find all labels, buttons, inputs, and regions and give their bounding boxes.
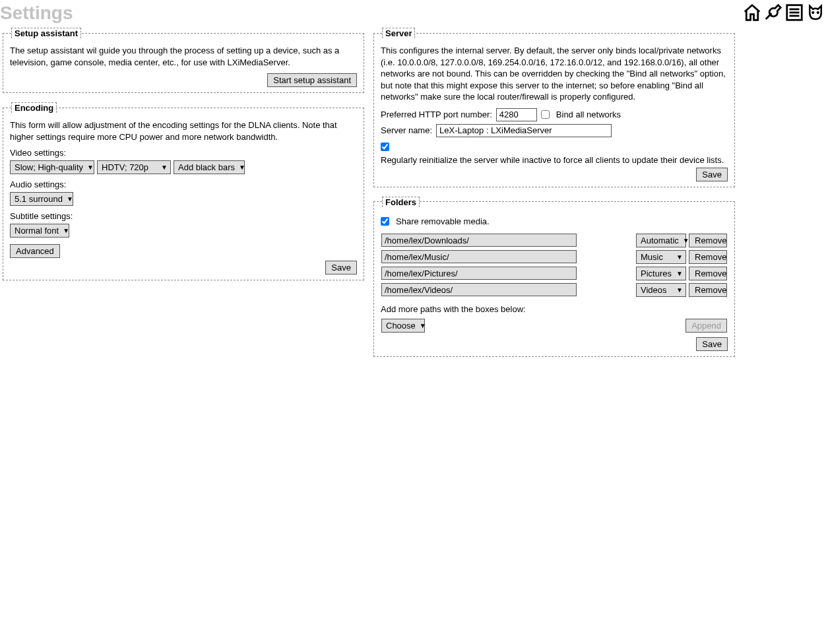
remove-folder-button[interactable]: Remove: [689, 283, 727, 297]
folder-type-value: Videos: [641, 285, 667, 295]
folder-path-input[interactable]: [381, 283, 577, 296]
video-aspect-value: Add black bars: [178, 162, 235, 172]
video-resolution-value: HDTV; 720p: [102, 162, 148, 172]
folders-save-button[interactable]: Save: [696, 337, 728, 351]
folder-row: Music▼Remove: [381, 249, 728, 265]
server-panel: Server This configures the internal serv…: [373, 28, 735, 187]
folder-path-input[interactable]: [381, 234, 577, 247]
chevron-down-icon: ▼: [676, 270, 683, 277]
chevron-down-icon: ▼: [161, 164, 168, 171]
chevron-down-icon: ▼: [239, 164, 245, 171]
video-resolution-select[interactable]: HDTV; 720p ▼: [97, 160, 171, 174]
bind-all-checkbox[interactable]: [541, 110, 550, 119]
remove-folder-button[interactable]: Remove: [689, 250, 727, 264]
audio-settings-label: Audio settings:: [10, 179, 357, 189]
chevron-down-icon: ▼: [420, 322, 426, 329]
choose-folder-select[interactable]: Choose ▼: [381, 319, 425, 333]
setup-legend: Setup assistant: [11, 28, 81, 38]
folder-type-value: Pictures: [641, 269, 672, 278]
share-removable-checkbox[interactable]: [381, 217, 389, 226]
log-icon[interactable]: [784, 3, 804, 24]
video-settings-label: Video settings:: [10, 148, 357, 158]
add-more-label: Add more paths with the boxes below:: [381, 304, 728, 314]
bind-all-label: Bind all networks: [556, 110, 621, 119]
chevron-down-icon: ▼: [63, 227, 69, 234]
folder-type-select[interactable]: Automatic▼: [636, 234, 686, 247]
chevron-down-icon: ▼: [676, 286, 683, 294]
reinit-label: Regularly reinitialize the server while …: [381, 155, 724, 165]
choose-label: Choose: [386, 321, 416, 331]
subtitle-settings-label: Subtitle settings:: [10, 211, 357, 221]
folder-row: Videos▼Remove: [381, 282, 728, 298]
folder-type-select[interactable]: Pictures▼: [636, 267, 686, 280]
subtitle-value: Normal font: [15, 226, 59, 236]
append-button[interactable]: Append: [685, 319, 727, 333]
server-description: This configures the internal server. By …: [381, 45, 728, 103]
folder-type-value: Automatic: [641, 236, 679, 245]
server-name-label: Server name:: [381, 125, 432, 135]
reinit-checkbox[interactable]: [381, 143, 389, 151]
cat-icon[interactable]: [806, 3, 825, 24]
server-name-input[interactable]: [436, 124, 612, 137]
advanced-button[interactable]: Advanced: [10, 244, 60, 258]
encoding-legend: Encoding: [11, 102, 57, 113]
chevron-down-icon: ▼: [87, 164, 94, 171]
video-quality-select[interactable]: Slow; High-quality ▼: [10, 160, 94, 174]
home-icon[interactable]: [742, 3, 762, 24]
video-quality-value: Slow; High-quality: [15, 162, 83, 172]
encoding-save-button[interactable]: Save: [325, 261, 357, 274]
folder-path-input[interactable]: [381, 267, 577, 280]
folders-legend: Folders: [382, 197, 420, 207]
folder-type-select[interactable]: Music▼: [636, 250, 686, 264]
audio-select[interactable]: 5.1 surround ▼: [10, 192, 73, 206]
folder-row: Automatic▼Remove: [381, 233, 728, 248]
server-save-button[interactable]: Save: [696, 168, 728, 181]
server-legend: Server: [382, 28, 415, 38]
folder-type-value: Music: [641, 252, 663, 262]
wrench-icon[interactable]: [763, 3, 783, 24]
chevron-down-icon: ▼: [676, 253, 683, 261]
setup-panel: Setup assistant The setup assistant wil …: [3, 28, 364, 93]
start-setup-button[interactable]: Start setup assistant: [267, 73, 357, 87]
folder-type-select[interactable]: Videos▼: [636, 283, 686, 297]
port-label: Preferred HTTP port number:: [381, 110, 492, 119]
subtitle-select[interactable]: Normal font ▼: [10, 224, 69, 238]
encoding-description: This form will allow adjustment of the e…: [10, 119, 357, 143]
page-title: Settings: [0, 3, 828, 24]
setup-description: The setup assistant wil guide you throug…: [10, 45, 357, 68]
remove-folder-button[interactable]: Remove: [689, 267, 727, 280]
video-aspect-select[interactable]: Add black bars ▼: [174, 160, 245, 174]
folder-path-input[interactable]: [381, 250, 577, 263]
chevron-down-icon: ▼: [67, 195, 73, 203]
folders-panel: Folders Share removable media. Automatic…: [373, 197, 735, 357]
svg-point-5: [817, 12, 819, 13]
svg-point-4: [812, 12, 813, 13]
audio-value: 5.1 surround: [15, 194, 63, 204]
toolbar: [742, 3, 825, 24]
encoding-panel: Encoding This form will allow adjustment…: [3, 102, 364, 280]
folder-row: Pictures▼Remove: [381, 266, 728, 281]
remove-folder-button[interactable]: Remove: [689, 234, 727, 247]
port-input[interactable]: [496, 108, 537, 121]
folders-table: Automatic▼RemoveMusic▼RemovePictures▼Rem…: [381, 232, 728, 299]
share-removable-label: Share removable media.: [396, 216, 490, 226]
